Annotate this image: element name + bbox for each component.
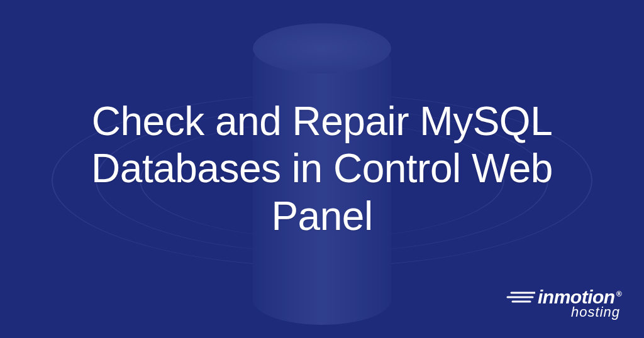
hero-banner: Check and Repair MySQL Databases in Cont… xyxy=(0,0,644,338)
registered-mark: ® xyxy=(616,290,621,298)
hero-headline: Check and Repair MySQL Databases in Cont… xyxy=(45,98,599,241)
speed-lines-icon xyxy=(505,290,535,304)
logo-sub-text: hosting xyxy=(571,304,620,320)
brand-logo: inmotion® hosting xyxy=(505,286,621,320)
